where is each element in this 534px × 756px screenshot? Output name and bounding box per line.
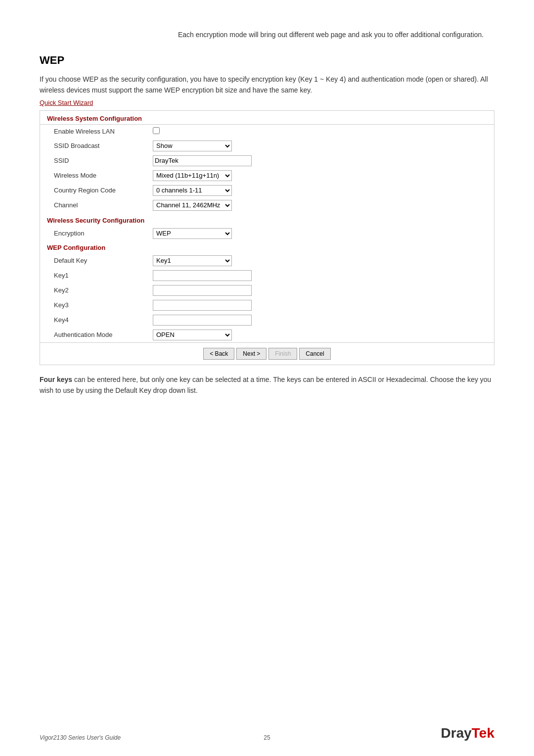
encryption-select[interactable]: WEP None WPA/PSK (153, 228, 232, 239)
channel-label: Channel (54, 201, 153, 209)
logo-tek: Tek (472, 725, 494, 741)
auth-mode-select[interactable]: OPEN Shared (153, 330, 232, 340)
ssid-row: SSID (40, 153, 494, 168)
key3-control[interactable] (153, 300, 252, 311)
key1-input[interactable] (153, 270, 252, 281)
key1-label: Key1 (54, 272, 153, 279)
wireless-mode-control[interactable]: Mixed (11b+11g+11n) (153, 170, 232, 181)
ssid-broadcast-row: SSID Broadcast Show Hide (40, 139, 494, 153)
finish-button[interactable]: Finish (268, 348, 297, 360)
key2-control[interactable] (153, 285, 252, 296)
ssid-broadcast-control[interactable]: Show Hide (153, 141, 232, 151)
key4-label: Key4 (54, 316, 153, 324)
key3-row: Key3 (40, 298, 494, 313)
wireless-security-header: Wireless Security Configuration (40, 213, 494, 226)
default-key-control[interactable]: Key1 Key2 Key3 Key4 (153, 255, 232, 266)
default-key-label: Default Key (54, 257, 153, 264)
wizard-box: Wireless System Configuration Enable Wir… (40, 110, 494, 365)
key2-label: Key2 (54, 286, 153, 294)
four-keys-bold: Four keys (40, 376, 72, 383)
next-button[interactable]: Next > (236, 348, 267, 360)
ssid-control[interactable] (153, 155, 252, 166)
ssid-input[interactable] (153, 155, 252, 166)
key1-control[interactable] (153, 270, 252, 281)
channel-control[interactable]: Channel 11, 2462MHz (153, 200, 232, 211)
country-region-select[interactable]: 0 channels 1-11 (153, 185, 232, 196)
encryption-control[interactable]: WEP None WPA/PSK (153, 228, 232, 239)
auth-mode-label: Authentication Mode (54, 331, 153, 338)
default-key-row: Default Key Key1 Key2 Key3 Key4 (40, 253, 494, 268)
cancel-button[interactable]: Cancel (299, 348, 330, 360)
wep-heading: WEP (40, 54, 494, 67)
enable-wireless-checkbox[interactable] (153, 127, 160, 134)
country-region-row: Country Region Code 0 channels 1-11 (40, 183, 494, 198)
key1-row: Key1 (40, 268, 494, 283)
wep-description: If you choose WEP as the security config… (40, 74, 494, 96)
key3-label: Key3 (54, 301, 153, 309)
key2-row: Key2 (40, 283, 494, 298)
key4-control[interactable] (153, 315, 252, 326)
encryption-row: Encryption WEP None WPA/PSK (40, 226, 494, 241)
enable-wireless-row: Enable Wireless LAN (40, 125, 494, 139)
four-keys-rest: can be entered here, but only one key ca… (40, 376, 491, 394)
auth-mode-row: Authentication Mode OPEN Shared (40, 328, 494, 342)
back-button[interactable]: < Back (203, 348, 234, 360)
ssid-label: SSID (54, 157, 153, 164)
key4-row: Key4 (40, 313, 494, 328)
auth-mode-control[interactable]: OPEN Shared (153, 330, 232, 340)
default-key-select[interactable]: Key1 Key2 Key3 Key4 (153, 255, 232, 266)
ssid-broadcast-label: SSID Broadcast (54, 142, 153, 149)
ssid-broadcast-select[interactable]: Show Hide (153, 141, 232, 151)
wireless-system-header: Wireless System Configuration (40, 111, 494, 124)
key2-input[interactable] (153, 285, 252, 296)
key3-input[interactable] (153, 300, 252, 311)
enable-wireless-label: Enable Wireless LAN (54, 128, 153, 135)
wireless-mode-label: Wireless Mode (54, 172, 153, 179)
four-keys-text: Four keys can be entered here, but only … (40, 374, 494, 396)
encryption-label: Encryption (54, 230, 153, 237)
footer-logo: DrayTek (441, 725, 494, 741)
channel-row: Channel Channel 11, 2462MHz (40, 198, 494, 213)
logo-dray: Dray (441, 725, 472, 741)
footer-page-number: 25 (264, 734, 270, 741)
wireless-mode-row: Wireless Mode Mixed (11b+11g+11n) (40, 168, 494, 183)
intro-text: Each encryption mode will bring out diff… (178, 30, 494, 40)
quick-start-link[interactable]: Quick Start Wizard (40, 99, 494, 106)
key4-input[interactable] (153, 315, 252, 326)
channel-select[interactable]: Channel 11, 2462MHz (153, 200, 232, 211)
wireless-mode-select[interactable]: Mixed (11b+11g+11n) (153, 170, 232, 181)
country-region-label: Country Region Code (54, 187, 153, 194)
enable-wireless-control[interactable] (153, 127, 160, 136)
wep-config-header: WEP Configuration (40, 241, 494, 253)
button-row: < Back Next > Finish Cancel (40, 342, 494, 365)
country-region-control[interactable]: 0 channels 1-11 (153, 185, 232, 196)
footer-guide-title: Vigor2130 Series User's Guide (40, 734, 121, 741)
